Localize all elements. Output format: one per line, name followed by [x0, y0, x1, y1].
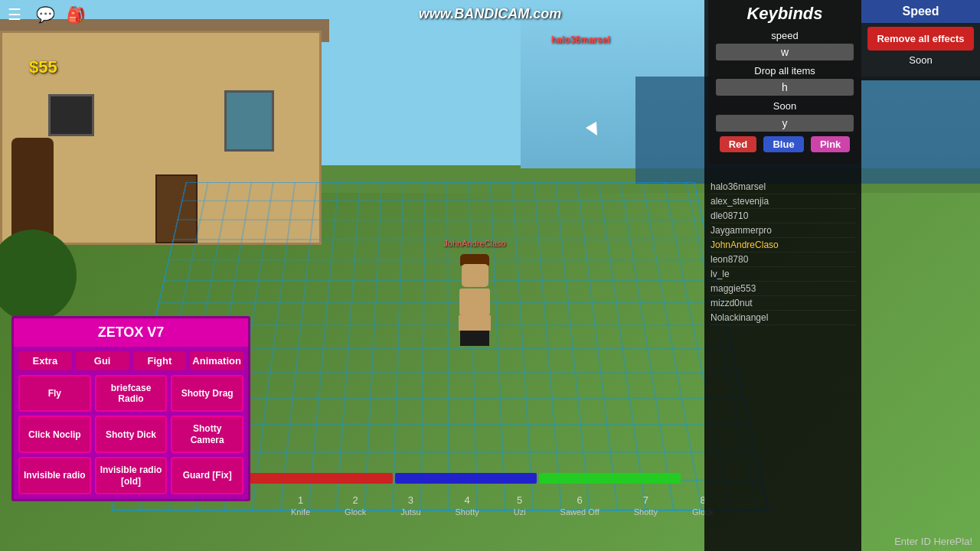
- speed-key[interactable]: w: [716, 44, 854, 60]
- keybinds-panel: Keybinds speed w Drop all items h Soon y…: [708, 0, 861, 164]
- player-list-item: Jaygammerpro: [710, 223, 855, 238]
- zetox-shotty-dick-button[interactable]: Shotty Dick: [95, 416, 168, 453]
- blue-color-button[interactable]: Blue: [763, 136, 803, 152]
- hotbar-item-6: 6Sawed Off: [560, 494, 599, 517]
- stamina-bar: [539, 473, 681, 484]
- speed-panel: Speed Remove all effects Soon: [861, 0, 980, 80]
- zetox-fly-button[interactable]: Fly: [18, 375, 91, 412]
- top-bar: ☰ 💬 🎒: [4, 4, 87, 25]
- speed-label: speed: [716, 30, 854, 41]
- speed-soon-label: Soon: [864, 54, 977, 66]
- hotbar-num-7: 7: [643, 494, 648, 506]
- player-list-item: dle08710: [710, 209, 855, 223]
- hotbar-num-3: 3: [408, 494, 413, 506]
- player-list-item: alex_stevenjia: [710, 194, 855, 209]
- bandicam-watermark: www.BANDICAM.com: [419, 6, 561, 22]
- zetox-button-grid: Fly briefcase Radio Shotty Drag Click No…: [14, 375, 248, 494]
- player-list-item: lv_le: [710, 267, 855, 282]
- hotbar-label-7: Shotty: [634, 507, 658, 517]
- zetox-click-noclip-button[interactable]: Click Noclip: [18, 416, 91, 453]
- hotbar-item-3: 3Jutsu: [400, 494, 420, 517]
- player-list-item: JohnAndreClaso: [710, 238, 855, 253]
- hotbar-num-6: 6: [577, 494, 583, 506]
- player-shirt: [459, 315, 491, 331]
- pink-color-button[interactable]: Pink: [811, 136, 850, 152]
- building-window-2: [224, 90, 274, 152]
- player-head: [462, 264, 488, 287]
- zetox-invisible-radio-old-button[interactable]: Invisible radio [old]: [95, 457, 168, 494]
- keybinds-title: Keybinds: [708, 0, 861, 30]
- soon-key[interactable]: y: [716, 115, 854, 132]
- hotbar-item-4: 4Shotty: [456, 494, 479, 517]
- enter-id-label: Enter ID HerePla!: [894, 536, 972, 547]
- player-list-item: mizzd0nut: [710, 296, 855, 311]
- hotbar-item-2: 2Glock: [345, 494, 366, 517]
- player-character: JohnAndreClaso: [452, 253, 498, 329]
- health-bar: [243, 473, 393, 484]
- drop-items-key[interactable]: h: [716, 79, 854, 96]
- hotbar-label-5: Uzi: [514, 507, 526, 517]
- speed-title: Speed: [861, 0, 980, 23]
- enemy-name: halo36marsel: [551, 34, 610, 45]
- tab-animation[interactable]: Animation: [190, 351, 243, 370]
- red-color-button[interactable]: Red: [720, 136, 757, 152]
- mana-bar: [395, 473, 537, 484]
- zetox-shotty-drag-button[interactable]: Shotty Drag: [171, 375, 243, 412]
- hotbar-item-7: 7Shotty: [634, 494, 658, 517]
- player-list: halo36marselalex_stevenjiadle08710Jaygam…: [704, 176, 861, 329]
- money-display: $55: [29, 57, 57, 77]
- hotbar-label-6: Sawed Off: [560, 507, 599, 517]
- zetox-title: ZETOX V7: [14, 318, 248, 347]
- player-list-item: Nolackinangel: [710, 311, 855, 325]
- bag-icon[interactable]: 🎒: [65, 4, 87, 25]
- tab-gui[interactable]: Gui: [76, 351, 129, 370]
- soon-label-1: Soon: [716, 100, 854, 112]
- player-name-label: JohnAndreClaso: [443, 239, 505, 248]
- drop-items-keybind-row: Drop all items h: [716, 65, 854, 96]
- player-list-item: maggie553: [710, 282, 855, 296]
- building-window-1: [48, 94, 94, 136]
- tab-extra[interactable]: Extra: [18, 351, 72, 370]
- hotbar-label-1: Knife: [291, 507, 310, 517]
- drop-items-label: Drop all items: [716, 65, 854, 77]
- zetox-guard-fix-button[interactable]: Guard [Fix]: [171, 457, 243, 494]
- tree-trunk: [11, 138, 54, 291]
- stat-bars: [243, 473, 681, 484]
- speed-keybind-row: speed w: [716, 30, 854, 60]
- player-list-item: leon8780: [710, 253, 855, 267]
- zetox-shotty-camera-button[interactable]: Shotty Camera: [171, 416, 243, 453]
- hotbar-num-1: 1: [298, 494, 303, 506]
- player-list-item: halo36marsel: [710, 180, 855, 194]
- zetox-invisible-radio-button[interactable]: Invisible radio: [18, 457, 91, 494]
- remove-effects-button[interactable]: Remove all effects: [867, 27, 974, 51]
- color-buttons: Red Blue Pink: [716, 136, 854, 152]
- menu-icon[interactable]: ☰: [4, 4, 25, 25]
- zetox-panel: ZETOX V7 Extra Gui Fight Animation Fly b…: [11, 316, 250, 501]
- player-body: [459, 289, 490, 315]
- hotbar-label-4: Shotty: [456, 507, 479, 517]
- soon-keybind-row: y: [716, 115, 854, 132]
- hotbar: 1Knife2Glock3Jutsu4Shotty5Uzi6Sawed Off7…: [291, 494, 714, 517]
- hotbar-label-2: Glock: [345, 507, 366, 517]
- hotbar-num-5: 5: [517, 494, 522, 506]
- hotbar-item-5: 5Uzi: [514, 494, 526, 517]
- hotbar-label-3: Jutsu: [400, 507, 420, 517]
- player-pants: [460, 331, 489, 346]
- tab-fight[interactable]: Fight: [133, 351, 187, 370]
- hotbar-num-2: 2: [353, 494, 358, 506]
- hotbar-num-4: 4: [464, 494, 469, 506]
- zetox-briefcase-radio-button[interactable]: briefcase Radio: [95, 375, 168, 412]
- hotbar-item-1: 1Knife: [291, 494, 310, 517]
- chat-icon[interactable]: 💬: [34, 4, 56, 25]
- zetox-tabs: Extra Gui Fight Animation: [14, 351, 248, 375]
